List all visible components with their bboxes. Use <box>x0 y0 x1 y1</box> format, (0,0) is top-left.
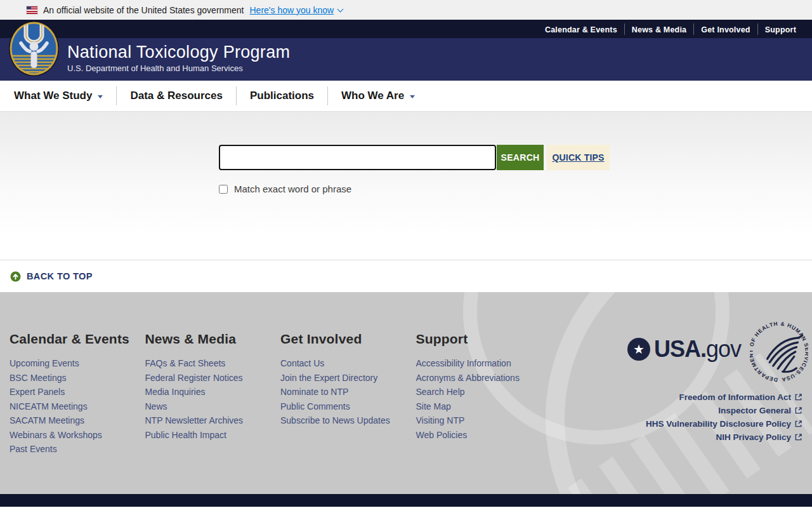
hhs-seal-icon: DEPARTMENT OF HEALTH & HUMAN SERVICES·US… <box>750 321 808 382</box>
footer-link[interactable]: Past Events <box>10 444 145 453</box>
footer-link[interactable]: NTP Newsletter Archives <box>145 416 281 425</box>
policy-link[interactable]: HHS Vulnerability Disclosure Policy <box>646 417 802 431</box>
chevron-down-icon <box>337 6 344 12</box>
header-brand-band: National Toxicology Program U.S. Departm… <box>0 38 812 81</box>
footer-link[interactable]: Webinars & Workshops <box>10 431 145 439</box>
external-link-icon <box>795 407 802 414</box>
policy-link-label: NIH Privacy Policy <box>716 432 791 442</box>
match-exact-checkbox[interactable] <box>219 185 228 194</box>
footer-link[interactable]: Acronyms & Abbreviations <box>416 373 552 382</box>
footer-link[interactable]: Site Map <box>416 402 552 411</box>
footer-link[interactable]: Media Inquiries <box>145 387 281 396</box>
footer-link[interactable]: SACATM Meetings <box>10 416 145 425</box>
footer-link[interactable]: Contact Us <box>280 359 416 368</box>
header-utility-link[interactable]: Get Involved <box>694 25 757 34</box>
footer-link[interactable]: Nominate to NTP <box>280 387 416 396</box>
nav-label: Publications <box>250 90 314 102</box>
nav-item-publications-wrap: Publications <box>236 86 327 105</box>
footer: Calendar & Events Upcoming EventsBSC Mee… <box>0 292 812 494</box>
footer-heading: News & Media <box>145 331 281 347</box>
footer-link-list: FAQs & Fact SheetsFederal Register Notic… <box>145 359 281 439</box>
footer-heading: Calendar & Events <box>10 331 145 347</box>
footer-link[interactable]: BSC Meetings <box>10 373 145 382</box>
usa-gov-wordmark: USA.gov <box>654 336 741 363</box>
footer-link[interactable]: Public Comments <box>280 402 416 411</box>
back-to-top-strip: BACK TO TOP <box>0 260 812 292</box>
search-input[interactable] <box>219 145 496 170</box>
policy-link[interactable]: NIH Privacy Policy <box>716 431 802 444</box>
footer-link[interactable]: Federal Register Notices <box>145 373 281 382</box>
usa-gov-bold: USA. <box>654 336 706 362</box>
external-link-icon <box>795 394 802 401</box>
footer-link[interactable]: Visiting NTP <box>416 416 552 425</box>
usa-gov-logo[interactable]: ★ USA.gov <box>627 336 741 363</box>
footer-link-list: Accessibility InformationAcronyms & Abbr… <box>416 359 552 439</box>
footer-link-list: Contact UsJoin the Expert DirectoryNomin… <box>280 359 416 425</box>
footer-link[interactable]: Upcoming Events <box>10 359 145 368</box>
header-utility-link[interactable]: Support <box>758 25 803 34</box>
nav-label: What We Study <box>14 90 92 102</box>
header-utility-item: Calendar & Events <box>538 23 624 35</box>
policy-link-label: Inspector General <box>718 406 791 415</box>
external-link-icon <box>795 434 802 441</box>
arrow-up-circle-icon <box>10 271 21 282</box>
back-to-top-label: BACK TO TOP <box>27 271 93 281</box>
footer-link[interactable]: News <box>145 402 281 411</box>
site-header: Calendar & EventsNews & MediaGet Involve… <box>0 20 812 81</box>
footer-link[interactable]: FAQs & Fact Sheets <box>145 359 281 368</box>
footer-link[interactable]: NICEATM Meetings <box>10 402 145 411</box>
hhs-logo[interactable]: DEPARTMENT OF HEALTH & HUMAN SERVICES·US… <box>750 321 808 385</box>
nav-item-what-we-study-wrap: What We Study <box>14 86 116 105</box>
footer-col-support: Support Accessibility InformationAcronym… <box>416 331 552 459</box>
policy-link[interactable]: Freedom of Information Act <box>679 391 802 404</box>
quick-tips-link[interactable]: QUICK TIPS <box>552 152 604 163</box>
search-button[interactable]: SEARCH <box>497 145 544 170</box>
footer-col-calendar-events: Calendar & Events Upcoming EventsBSC Mee… <box>10 331 145 459</box>
header-utility-link[interactable]: Calendar & Events <box>538 25 624 34</box>
main-nav: What We Study Data & Resources Publicati… <box>0 81 812 112</box>
nav-item-what-we-study[interactable]: What We Study <box>14 90 116 102</box>
footer-link[interactable]: Search Help <box>416 387 552 396</box>
banner-link-label: Here's how you know <box>249 5 334 15</box>
footer-heading: Get Involved <box>280 331 416 347</box>
match-exact-label: Match exact word or phrase <box>234 184 351 194</box>
footer-col-get-involved: Get Involved Contact UsJoin the Expert D… <box>280 331 416 459</box>
us-flag-icon <box>27 6 37 14</box>
search-row: SEARCH QUICK TIPS <box>219 112 812 170</box>
ntp-logo-icon <box>8 20 60 77</box>
nav-label: Who We Are <box>341 90 404 102</box>
site-title: National Toxicology Program <box>67 43 290 62</box>
header-utility-links: Calendar & EventsNews & MediaGet Involve… <box>538 23 803 35</box>
footer-link[interactable]: Expert Panels <box>10 387 145 396</box>
chevron-down-icon <box>410 95 415 98</box>
heres-how-you-know-link[interactable]: Here's how you know <box>249 5 343 15</box>
footer-link[interactable]: Accessibility Information <box>416 359 552 368</box>
policy-link-label: Freedom of Information Act <box>679 392 791 402</box>
footer-link[interactable]: Public Health Impact <box>145 431 281 439</box>
footer-link[interactable]: Join the Expert Directory <box>280 373 416 382</box>
nav-item-who-we-are-wrap: Who We Are <box>327 86 428 105</box>
footer-columns: Calendar & Events Upcoming EventsBSC Mee… <box>10 331 551 459</box>
back-to-top-link[interactable]: BACK TO TOP <box>10 271 93 282</box>
footer-link[interactable]: Subscribe to News Updates <box>280 416 416 425</box>
footer-link[interactable]: Web Policies <box>416 431 552 439</box>
match-exact-row: Match exact word or phrase <box>219 184 812 194</box>
quick-tips-box: QUICK TIPS <box>547 145 610 170</box>
star-icon: ★ <box>627 338 650 361</box>
header-utility-band: Calendar & EventsNews & MediaGet Involve… <box>0 20 812 38</box>
header-utility-link[interactable]: News & Media <box>625 25 693 34</box>
footer-link-list: Upcoming EventsBSC MeetingsExpert Panels… <box>10 359 145 453</box>
usa-gov-light: gov <box>706 336 741 362</box>
policy-link-label: HHS Vulnerability Disclosure Policy <box>646 419 791 429</box>
nav-item-publications[interactable]: Publications <box>237 90 327 102</box>
nav-item-data-resources[interactable]: Data & Resources <box>117 90 236 102</box>
policy-link[interactable]: Inspector General <box>718 404 802 417</box>
nav-item-who-we-are[interactable]: Who We Are <box>328 90 428 102</box>
ntp-logo[interactable] <box>8 20 60 79</box>
official-gov-banner: An official website of the United States… <box>0 0 812 20</box>
footer-heading: Support <box>416 331 552 347</box>
external-link-icon <box>795 420 802 427</box>
footer-col-news-media: News & Media FAQs & Fact SheetsFederal R… <box>145 331 281 459</box>
header-utility-item: News & Media <box>624 23 693 35</box>
search-section: SEARCH QUICK TIPS Match exact word or ph… <box>0 112 812 260</box>
